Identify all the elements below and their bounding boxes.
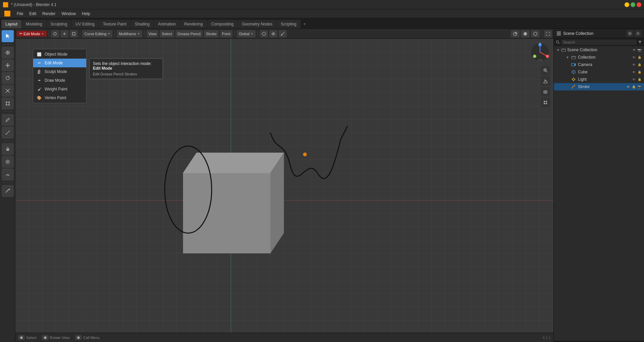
- blender-logo: 🟧: [4, 11, 11, 16]
- light-eye[interactable]: 👁: [632, 78, 636, 81]
- nav-zoom-in[interactable]: [541, 66, 550, 75]
- cube-eye[interactable]: 👁: [632, 70, 636, 74]
- footer-rotate[interactable]: ◉ Rotate View: [42, 335, 70, 340]
- outliner-collection[interactable]: ▼ Collection 👁 🔒: [554, 54, 644, 61]
- close-btn[interactable]: [637, 2, 641, 7]
- menu-edit[interactable]: Edit: [26, 11, 39, 17]
- scene-collection-eye[interactable]: 👁: [633, 48, 636, 52]
- maximize-btn[interactable]: [631, 2, 635, 7]
- axis-gizmo[interactable]: Z X Y Front: [530, 42, 550, 62]
- ws-tab-add[interactable]: +: [301, 20, 309, 28]
- mode-object-mode[interactable]: ⬜ Object Mode: [33, 50, 86, 59]
- footer-call-menu[interactable]: ◉ Call Menu: [75, 335, 100, 340]
- tool-extrude[interactable]: [2, 143, 14, 155]
- ws-tab-geometry-nodes[interactable]: Geometry Nodes: [238, 20, 276, 28]
- camera-eye[interactable]: 👁: [632, 63, 636, 67]
- outliner-stroke[interactable]: Stroke 👁 🔒 📷: [554, 83, 644, 90]
- tool-move[interactable]: [2, 59, 14, 71]
- light-restrict[interactable]: 🔒: [638, 78, 641, 81]
- vp-transform-pivot[interactable]: [279, 30, 287, 38]
- vp-fullscreen[interactable]: [544, 30, 552, 38]
- vp-shading-solid[interactable]: [531, 30, 540, 38]
- menu-help[interactable]: Help: [79, 11, 93, 17]
- vp-point[interactable]: Point: [220, 30, 232, 38]
- global-label: Global: [239, 32, 250, 36]
- outliner-search-input[interactable]: [561, 40, 637, 45]
- ws-tab-layout[interactable]: Layout: [1, 20, 21, 28]
- menu-window[interactable]: Window: [59, 11, 78, 17]
- tool-transform[interactable]: [2, 97, 14, 110]
- mode-sculpt-mode[interactable]: 🗿 Sculpt Mode: [33, 67, 86, 76]
- viewport-canvas[interactable]: Z X Y Front: [15, 39, 553, 333]
- outliner-icon: [556, 31, 561, 36]
- ws-tab-uv-editing[interactable]: UV Editing: [71, 20, 99, 28]
- mode-draw-mode[interactable]: ✒ Draw Mode: [33, 76, 86, 85]
- collection-restrict[interactable]: 🔒: [638, 56, 641, 59]
- vp-curve-editing[interactable]: Curve Editing ▼: [82, 30, 112, 38]
- vp-btn-icon3[interactable]: [70, 30, 78, 38]
- outliner-camera[interactable]: Camera 👁 🔒: [554, 61, 644, 68]
- svg-rect-4: [7, 90, 8, 91]
- vp-shading-mode[interactable]: [521, 30, 530, 38]
- ws-tab-animation[interactable]: Animation: [154, 20, 180, 28]
- tool-draw[interactable]: [2, 185, 14, 197]
- ws-tab-texture-paint[interactable]: Texture Paint: [99, 20, 130, 28]
- outliner-filter-btn[interactable]: [627, 30, 633, 37]
- vp-snap[interactable]: [260, 30, 268, 38]
- ws-tab-shading[interactable]: Shading: [131, 20, 154, 28]
- outliner-light[interactable]: Light 👁 🔒: [554, 76, 644, 83]
- outliner-scene-collection[interactable]: ▼ Scene Collection 👁 📷: [554, 46, 644, 54]
- ws-tab-scripting[interactable]: Scripting: [277, 20, 301, 28]
- stroke-restrict[interactable]: 🔒: [632, 85, 636, 88]
- mode-weight-paint[interactable]: 🖌 Weight Paint: [33, 85, 86, 93]
- vp-grease-pencil[interactable]: Grease Pencil: [175, 30, 203, 38]
- tool-separator-2: [3, 112, 13, 112]
- tool-scale[interactable]: [2, 85, 14, 97]
- vp-select[interactable]: Select: [160, 30, 174, 38]
- footer-select[interactable]: ◉ Select: [18, 335, 37, 340]
- svg-text:X: X: [547, 55, 548, 58]
- ws-tab-modeling[interactable]: Modeling: [22, 20, 46, 28]
- tool-radius[interactable]: [2, 156, 14, 168]
- tool-bend[interactable]: [2, 168, 14, 181]
- vp-proportional[interactable]: [269, 30, 277, 38]
- mode-dropdown: ⬜ Object Mode ✏ Edit Mode 🗿 Sculpt Mode …: [33, 49, 87, 103]
- vp-global[interactable]: Global ▼: [237, 30, 256, 38]
- ws-tab-compositing[interactable]: Compositing: [207, 20, 238, 28]
- mode-selector[interactable]: ✏ Edit Mode ▼: [17, 31, 47, 37]
- vp-btn-icon1[interactable]: [51, 30, 59, 38]
- tool-measure[interactable]: [2, 127, 14, 139]
- mode-vertex-paint[interactable]: 🎨 Vertex Paint: [33, 93, 86, 102]
- ws-tab-rendering[interactable]: Rendering: [180, 20, 207, 28]
- mode-icon: ✏: [19, 31, 22, 36]
- tool-annotate[interactable]: [2, 114, 14, 126]
- nav-camera[interactable]: [541, 87, 550, 96]
- tooltip-prefix: Sets the object interaction mode:: [93, 61, 152, 66]
- tool-cursor[interactable]: [2, 47, 14, 59]
- menu-blender[interactable]: 🟧: [1, 10, 13, 17]
- ws-tab-sculpting[interactable]: Sculpting: [47, 20, 71, 28]
- stroke-render[interactable]: 📷: [638, 85, 641, 88]
- collection-eye[interactable]: 👁: [632, 56, 636, 59]
- outliner-settings-btn[interactable]: [635, 30, 641, 37]
- stroke-eye[interactable]: 👁: [627, 85, 630, 89]
- tool-rotate[interactable]: [2, 72, 14, 84]
- mode-edit-mode[interactable]: ✏ Edit Mode: [33, 59, 86, 67]
- menu-render[interactable]: Render: [40, 11, 58, 17]
- menu-file[interactable]: File: [14, 11, 26, 17]
- tool-select[interactable]: [2, 30, 14, 42]
- nav-overlay: [541, 66, 550, 107]
- vp-multiframe[interactable]: Multiframe ▼: [117, 30, 142, 38]
- outliner-cube[interactable]: Cube 👁 🔒: [554, 68, 644, 76]
- vp-view[interactable]: View: [147, 30, 159, 38]
- nav-grid[interactable]: [541, 98, 550, 107]
- nav-hand[interactable]: [541, 76, 550, 86]
- vp-btn-icon2[interactable]: [60, 30, 68, 38]
- tool-separator-4: [3, 183, 13, 183]
- minimize-btn[interactable]: [625, 2, 629, 7]
- camera-restrict[interactable]: 🔒: [638, 63, 641, 66]
- cube-restrict[interactable]: 🔒: [638, 70, 641, 74]
- vp-stroke[interactable]: Stroke: [204, 30, 219, 38]
- vp-overlay[interactable]: [511, 30, 520, 38]
- scene-collection-camera[interactable]: 📷: [637, 48, 641, 52]
